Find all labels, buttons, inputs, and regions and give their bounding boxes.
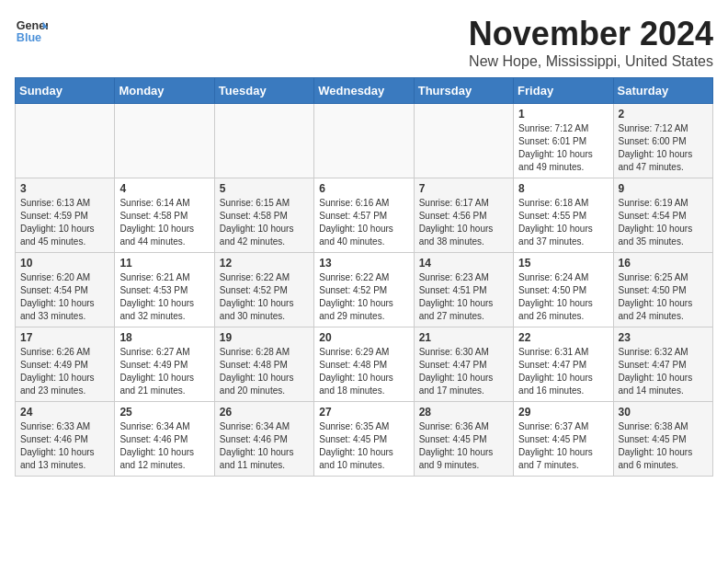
calendar-cell: 4Sunrise: 6:14 AMSunset: 4:58 PMDaylight… <box>115 178 214 253</box>
calendar-cell: 10Sunrise: 6:20 AMSunset: 4:54 PMDayligh… <box>16 253 115 327</box>
calendar-cell: 13Sunrise: 6:22 AMSunset: 4:52 PMDayligh… <box>314 253 414 327</box>
calendar-week-row: 3Sunrise: 6:13 AMSunset: 4:59 PMDaylight… <box>16 178 713 253</box>
weekday-header: Saturday <box>613 78 712 104</box>
day-info: Sunrise: 6:18 AMSunset: 4:55 PMDaylight:… <box>518 197 608 248</box>
calendar-cell: 19Sunrise: 6:28 AMSunset: 4:48 PMDayligh… <box>214 327 313 402</box>
day-number: 13 <box>319 257 408 270</box>
day-number: 25 <box>119 406 209 419</box>
calendar-week-row: 1Sunrise: 7:12 AMSunset: 6:01 PMDaylight… <box>16 104 713 178</box>
day-number: 24 <box>20 406 109 419</box>
calendar-cell: 22Sunrise: 6:31 AMSunset: 4:47 PMDayligh… <box>514 327 613 402</box>
day-info: Sunrise: 6:19 AMSunset: 4:54 PMDaylight:… <box>619 197 708 248</box>
calendar-cell: 5Sunrise: 6:15 AMSunset: 4:58 PMDaylight… <box>214 178 313 253</box>
calendar-week-row: 10Sunrise: 6:20 AMSunset: 4:54 PMDayligh… <box>16 253 713 327</box>
day-info: Sunrise: 6:14 AMSunset: 4:58 PMDaylight:… <box>119 197 209 248</box>
calendar-cell: 2Sunrise: 7:12 AMSunset: 6:00 PMDaylight… <box>613 104 712 178</box>
day-number: 15 <box>518 257 608 270</box>
weekday-header: Monday <box>115 78 214 104</box>
day-number: 18 <box>119 331 209 344</box>
day-number: 22 <box>518 331 608 344</box>
day-info: Sunrise: 6:17 AMSunset: 4:56 PMDaylight:… <box>419 197 508 248</box>
day-info: Sunrise: 6:29 AMSunset: 4:48 PMDaylight:… <box>319 346 408 397</box>
day-number: 10 <box>20 257 109 270</box>
day-info: Sunrise: 6:27 AMSunset: 4:49 PMDaylight:… <box>119 346 209 397</box>
logo: General Blue <box>15 15 48 48</box>
day-info: Sunrise: 6:26 AMSunset: 4:49 PMDaylight:… <box>20 346 109 397</box>
header: General Blue November 2024 New Hope, Mis… <box>15 15 713 70</box>
day-info: Sunrise: 6:34 AMSunset: 4:46 PMDaylight:… <box>220 420 309 472</box>
calendar: SundayMondayTuesdayWednesdayThursdayFrid… <box>15 77 713 477</box>
day-info: Sunrise: 6:32 AMSunset: 4:47 PMDaylight:… <box>619 346 708 397</box>
calendar-cell: 21Sunrise: 6:30 AMSunset: 4:47 PMDayligh… <box>414 327 513 402</box>
calendar-cell: 14Sunrise: 6:23 AMSunset: 4:51 PMDayligh… <box>414 253 513 327</box>
weekday-header: Wednesday <box>314 78 414 104</box>
day-info: Sunrise: 6:25 AMSunset: 4:50 PMDaylight:… <box>619 271 708 323</box>
calendar-cell: 29Sunrise: 6:37 AMSunset: 4:45 PMDayligh… <box>514 402 613 477</box>
day-info: Sunrise: 6:38 AMSunset: 4:45 PMDaylight:… <box>619 420 708 472</box>
calendar-cell: 25Sunrise: 6:34 AMSunset: 4:46 PMDayligh… <box>115 402 214 477</box>
day-info: Sunrise: 6:28 AMSunset: 4:48 PMDaylight:… <box>220 346 309 397</box>
calendar-cell: 9Sunrise: 6:19 AMSunset: 4:54 PMDaylight… <box>613 178 712 253</box>
calendar-cell: 1Sunrise: 7:12 AMSunset: 6:01 PMDaylight… <box>514 104 613 178</box>
calendar-cell <box>314 104 414 178</box>
day-number: 21 <box>419 331 508 344</box>
calendar-cell: 28Sunrise: 6:36 AMSunset: 4:45 PMDayligh… <box>414 402 513 477</box>
weekday-header: Sunday <box>16 78 115 104</box>
day-info: Sunrise: 6:23 AMSunset: 4:51 PMDaylight:… <box>419 271 508 323</box>
calendar-cell: 20Sunrise: 6:29 AMSunset: 4:48 PMDayligh… <box>314 327 414 402</box>
calendar-cell: 6Sunrise: 6:16 AMSunset: 4:57 PMDaylight… <box>314 178 414 253</box>
day-info: Sunrise: 6:16 AMSunset: 4:57 PMDaylight:… <box>319 197 408 248</box>
day-number: 17 <box>20 331 109 344</box>
day-number: 26 <box>220 406 309 419</box>
day-info: Sunrise: 6:34 AMSunset: 4:46 PMDaylight:… <box>119 420 209 472</box>
day-number: 20 <box>319 331 408 344</box>
day-number: 16 <box>619 257 708 270</box>
calendar-cell: 15Sunrise: 6:24 AMSunset: 4:50 PMDayligh… <box>514 253 613 327</box>
day-number: 6 <box>319 182 408 195</box>
day-number: 11 <box>119 257 209 270</box>
day-info: Sunrise: 6:22 AMSunset: 4:52 PMDaylight:… <box>319 271 408 323</box>
day-info: Sunrise: 6:20 AMSunset: 4:54 PMDaylight:… <box>20 271 109 323</box>
day-number: 1 <box>518 108 608 121</box>
weekday-header: Tuesday <box>214 78 313 104</box>
weekday-header-row: SundayMondayTuesdayWednesdayThursdayFrid… <box>16 78 713 104</box>
day-number: 27 <box>319 406 408 419</box>
calendar-cell: 16Sunrise: 6:25 AMSunset: 4:50 PMDayligh… <box>613 253 712 327</box>
day-info: Sunrise: 7:12 AMSunset: 6:00 PMDaylight:… <box>619 122 708 174</box>
calendar-cell: 7Sunrise: 6:17 AMSunset: 4:56 PMDaylight… <box>414 178 513 253</box>
weekday-header: Friday <box>514 78 613 104</box>
day-number: 3 <box>20 182 109 195</box>
calendar-cell <box>214 104 313 178</box>
calendar-cell: 11Sunrise: 6:21 AMSunset: 4:53 PMDayligh… <box>115 253 214 327</box>
day-info: Sunrise: 6:31 AMSunset: 4:47 PMDaylight:… <box>518 346 608 397</box>
title-area: November 2024 New Hope, Mississippi, Uni… <box>469 15 713 70</box>
svg-text:Blue: Blue <box>17 31 41 44</box>
day-number: 28 <box>419 406 508 419</box>
day-info: Sunrise: 6:13 AMSunset: 4:59 PMDaylight:… <box>20 197 109 248</box>
calendar-cell <box>115 104 214 178</box>
day-info: Sunrise: 6:35 AMSunset: 4:45 PMDaylight:… <box>319 420 408 472</box>
day-number: 12 <box>220 257 309 270</box>
day-number: 14 <box>419 257 508 270</box>
calendar-week-row: 24Sunrise: 6:33 AMSunset: 4:46 PMDayligh… <box>16 402 713 477</box>
day-info: Sunrise: 6:21 AMSunset: 4:53 PMDaylight:… <box>119 271 209 323</box>
day-number: 9 <box>619 182 708 195</box>
day-info: Sunrise: 7:12 AMSunset: 6:01 PMDaylight:… <box>518 122 608 174</box>
location-title: New Hope, Mississippi, United States <box>469 53 713 70</box>
day-number: 23 <box>619 331 708 344</box>
calendar-cell: 8Sunrise: 6:18 AMSunset: 4:55 PMDaylight… <box>514 178 613 253</box>
weekday-header: Thursday <box>414 78 513 104</box>
calendar-cell: 30Sunrise: 6:38 AMSunset: 4:45 PMDayligh… <box>613 402 712 477</box>
day-info: Sunrise: 6:15 AMSunset: 4:58 PMDaylight:… <box>220 197 309 248</box>
calendar-cell: 18Sunrise: 6:27 AMSunset: 4:49 PMDayligh… <box>115 327 214 402</box>
calendar-cell: 23Sunrise: 6:32 AMSunset: 4:47 PMDayligh… <box>613 327 712 402</box>
calendar-cell: 24Sunrise: 6:33 AMSunset: 4:46 PMDayligh… <box>16 402 115 477</box>
day-info: Sunrise: 6:37 AMSunset: 4:45 PMDaylight:… <box>518 420 608 472</box>
logo-icon: General Blue <box>15 15 48 48</box>
calendar-week-row: 17Sunrise: 6:26 AMSunset: 4:49 PMDayligh… <box>16 327 713 402</box>
month-title: November 2024 <box>469 15 713 53</box>
calendar-cell: 3Sunrise: 6:13 AMSunset: 4:59 PMDaylight… <box>16 178 115 253</box>
day-info: Sunrise: 6:36 AMSunset: 4:45 PMDaylight:… <box>419 420 508 472</box>
day-number: 19 <box>220 331 309 344</box>
day-info: Sunrise: 6:30 AMSunset: 4:47 PMDaylight:… <box>419 346 508 397</box>
